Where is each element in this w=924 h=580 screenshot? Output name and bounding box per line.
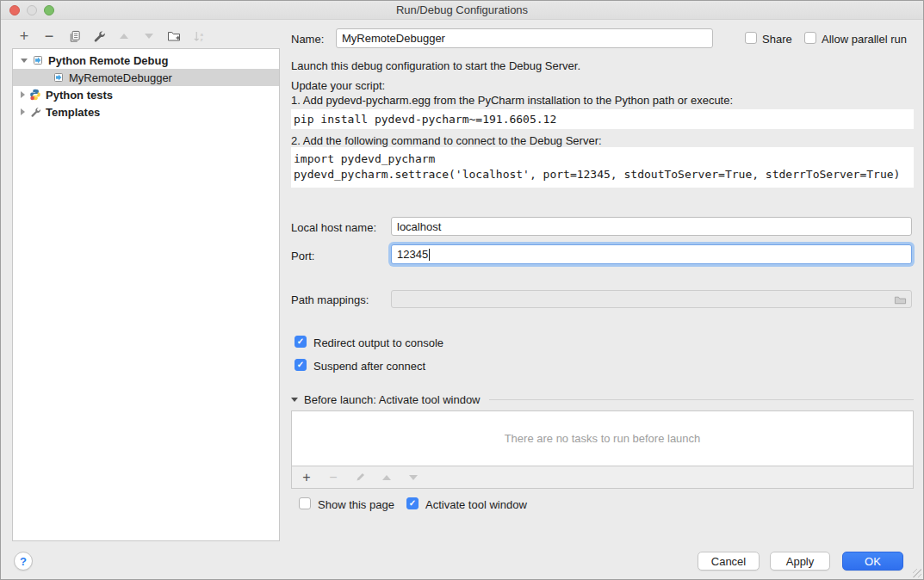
run-config-icon — [53, 71, 65, 83]
description-line-2: Update your script: — [291, 79, 385, 92]
no-tasks-text: There are no tasks to run before launch — [505, 432, 701, 445]
pip-install-code: pip install pydevd-pycharm~=191.6605.12 — [291, 109, 914, 129]
question-mark-icon: ? — [20, 555, 27, 568]
run-debug-configurations-dialog: Run/Debug Configurations + − az Python R… — [0, 0, 924, 580]
path-mappings-field[interactable] — [391, 290, 912, 308]
suspend-after-connect-checkbox[interactable] — [295, 359, 307, 371]
tree-item-label: Python Remote Debug — [48, 54, 168, 67]
allow-parallel-run-checkbox[interactable] — [804, 32, 816, 44]
local-host-name-value: localhost — [397, 220, 441, 233]
add-task-button[interactable]: + — [301, 472, 313, 484]
separator-line — [489, 399, 914, 400]
share-checkbox[interactable] — [745, 32, 757, 44]
code-line-2: pydevd_pycharm.settrace('localhost', por… — [294, 168, 900, 181]
step-1-text: 1. Add pydevd-pycharm.egg from the PyCha… — [291, 94, 733, 107]
triangle-down-icon — [145, 34, 153, 39]
window-title: Run/Debug Configurations — [396, 3, 528, 16]
edit-task-button[interactable] — [354, 472, 366, 484]
local-host-name-field[interactable]: localhost — [391, 217, 912, 236]
remove-task-button[interactable]: − — [327, 472, 339, 484]
name-label: Name: — [291, 33, 324, 46]
zoom-button[interactable] — [44, 5, 54, 15]
step-2-text: 2. Add the following command to connect … — [291, 134, 602, 147]
show-this-page-checkbox[interactable] — [299, 497, 311, 509]
show-this-page-label: Show this page — [318, 498, 394, 511]
plus-icon: + — [302, 471, 310, 484]
path-mappings-label: Path mappings: — [291, 293, 369, 306]
activate-tool-window-checkbox[interactable] — [406, 497, 419, 509]
port-field[interactable]: 12345 — [391, 244, 912, 264]
move-task-up-button[interactable] — [381, 472, 393, 484]
python-icon — [29, 89, 41, 101]
before-launch-section-header[interactable]: Before launch: Activate tool window — [291, 392, 914, 406]
triangle-down-icon — [409, 475, 418, 480]
help-button[interactable]: ? — [14, 552, 33, 571]
triangle-up-icon — [382, 475, 391, 480]
tree-item-python-remote-debug[interactable]: Python Remote Debug — [13, 52, 279, 69]
text-caret — [429, 249, 430, 261]
activate-tool-window-label: Activate tool window — [425, 498, 527, 511]
triangle-up-icon — [120, 34, 128, 39]
tree-item-label: Templates — [46, 106, 100, 119]
add-configuration-button[interactable]: + — [16, 28, 32, 44]
minus-icon: − — [45, 29, 54, 43]
wrench-icon — [93, 30, 106, 43]
remove-configuration-button[interactable]: − — [41, 28, 57, 44]
suspend-after-connect-label: Suspend after connect — [313, 360, 425, 373]
port-label: Port: — [291, 250, 314, 262]
copy-icon — [68, 30, 81, 43]
sort-az-icon: az — [193, 30, 206, 43]
settrace-code-block: import pydevd_pycharm pydevd_pycharm.set… — [291, 147, 914, 188]
share-label: Share — [762, 33, 792, 46]
title-bar: Run/Debug Configurations — [1, 1, 923, 20]
sort-configurations-button[interactable]: az — [191, 28, 207, 44]
tasks-toolbar: + − — [291, 466, 914, 489]
move-down-button[interactable] — [141, 28, 157, 44]
description-line-1: Launch this debug configuration to start… — [291, 59, 580, 72]
folder-icon[interactable] — [894, 293, 907, 306]
configurations-tree: Python Remote Debug MyRemoteDebugger Pyt… — [12, 48, 280, 541]
minus-icon: − — [329, 471, 337, 484]
expand-icon[interactable] — [21, 91, 25, 98]
configurations-toolbar: + − az — [12, 25, 280, 47]
ok-button[interactable]: OK — [842, 552, 903, 571]
port-value: 12345 — [397, 248, 428, 261]
move-task-down-button[interactable] — [407, 472, 419, 484]
svg-text:z: z — [200, 36, 202, 42]
create-folder-button[interactable] — [166, 28, 182, 44]
minimize-button[interactable] — [27, 5, 37, 15]
allow-parallel-run-label: Allow parallel run — [822, 33, 907, 46]
edit-templates-button[interactable] — [91, 28, 107, 44]
expand-icon[interactable] — [21, 108, 25, 115]
ok-button-label: OK — [865, 555, 881, 568]
plus-icon: + — [20, 29, 29, 43]
pencil-icon — [355, 472, 366, 483]
apply-button[interactable]: Apply — [770, 552, 830, 571]
redirect-output-label: Redirect output to console — [313, 336, 443, 349]
redirect-output-checkbox[interactable] — [295, 336, 307, 348]
tree-item-templates[interactable]: Templates — [13, 103, 279, 120]
tree-item-myremotedebugger[interactable]: MyRemoteDebugger — [13, 69, 279, 86]
collapse-icon — [291, 398, 298, 402]
code-line-1: import pydevd_pycharm — [294, 152, 435, 165]
name-field-value: MyRemoteDebugger — [342, 32, 445, 45]
tree-item-python-tests[interactable]: Python tests — [13, 86, 279, 103]
cancel-button-label: Cancel — [711, 555, 746, 568]
before-launch-label: Before launch: Activate tool window — [304, 393, 481, 406]
tree-item-label: Python tests — [46, 89, 113, 102]
wrench-icon — [29, 106, 41, 118]
name-field[interactable]: MyRemoteDebugger — [336, 28, 713, 48]
run-config-icon — [32, 54, 44, 66]
collapse-icon[interactable] — [21, 59, 28, 63]
local-host-name-label: Local host name: — [291, 221, 376, 234]
tree-item-label: MyRemoteDebugger — [69, 71, 172, 84]
apply-button-label: Apply — [786, 555, 815, 568]
cancel-button[interactable]: Cancel — [698, 552, 760, 571]
close-button[interactable] — [9, 5, 20, 15]
resize-grip[interactable] — [913, 569, 921, 577]
move-up-button[interactable] — [116, 28, 132, 44]
new-folder-icon — [167, 29, 181, 43]
copy-configuration-button[interactable] — [66, 28, 82, 44]
before-launch-tasks-list: There are no tasks to run before launch — [291, 410, 914, 466]
